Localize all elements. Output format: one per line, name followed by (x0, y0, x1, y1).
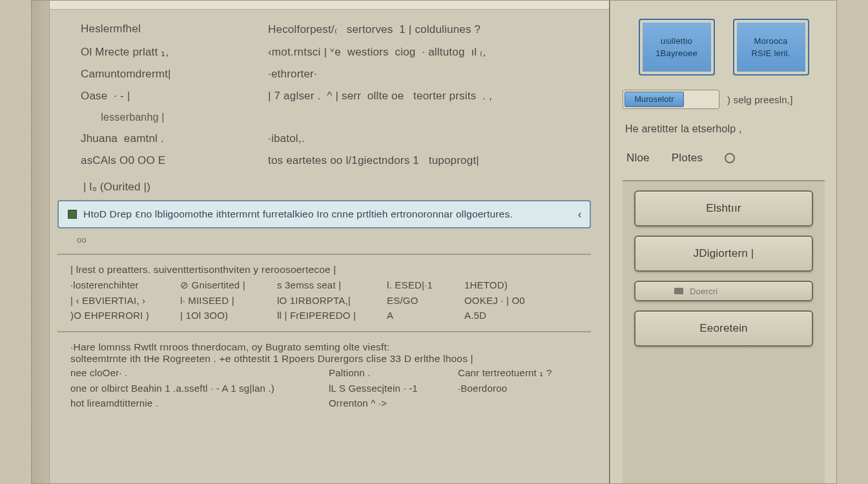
def-orphan: | lₒ (Ourited |) (81, 176, 583, 194)
banner-square-icon (68, 210, 77, 219)
panel2-line: solteemtrnte ith tHe Rogreeten . +e otht… (70, 353, 578, 365)
button-label: Elshtıır (706, 202, 741, 215)
def-term: Camuntomdrermt| (81, 68, 255, 81)
tile-label: Morooca (754, 36, 788, 46)
def-term: Jhuana eamtnl . (81, 132, 255, 145)
chevron-left-icon[interactable]: ‹ (578, 208, 582, 221)
tile-row: usillettio 1Bayreoee Morooca RSIE leril. (623, 19, 825, 76)
tile-label: usillettio (661, 36, 692, 46)
def-value: tos eartetes oo l/1giectndors 1 tupoprog… (268, 154, 583, 167)
cell: ·losterenchihter (70, 279, 180, 291)
mode-toggle[interactable]: Muroselotr (623, 90, 719, 109)
cell: 1HETOD) (464, 279, 578, 291)
cell: one or olbirct Beahin 1 .a.sseftl · - A … (70, 383, 329, 394)
tile-1[interactable]: usillettio 1Bayreoee (639, 19, 715, 76)
def-term: Heslermfhel (81, 23, 255, 36)
results-panel-1: | lrest o preatters. suiventtertisonthvi… (57, 254, 591, 327)
address-strip[interactable] (50, 1, 609, 10)
tile-2[interactable]: Morooca RSIE leril. (733, 19, 809, 76)
cell: s 3emss seat | (277, 279, 387, 291)
cell: nee cloOer· . (70, 367, 329, 379)
toggle-on-label: Muroselotr (634, 95, 674, 104)
card-icon (674, 288, 683, 294)
button-eeoretein[interactable]: Eeoretein (634, 310, 813, 347)
cell: )O EHPERRORI ) (70, 310, 180, 321)
side-panel: usillettio 1Bayreoee Morooca RSIE leril.… (610, 1, 836, 483)
cell: hot lireamdtitternie . (70, 398, 329, 408)
results-panel-2: ·Hare lomnss Rwtlt rnroos thnerdocam, oy… (57, 331, 591, 415)
cell: Canr tertreotuernt ₁ ? (458, 367, 578, 379)
def-value: Hecolforpest/₍ sertorves 1 | colduliunes… (268, 23, 583, 36)
tab-nloe[interactable]: Nloe (626, 152, 650, 165)
banner-text: HtoD Drep ɛno lbligoomothe ithtermrnt fu… (83, 208, 513, 220)
button-column: Elshtıır JDigiortern | Doercri Eeoretein (623, 180, 825, 483)
panel2-line: ·Hare lomnss Rwtlt rnroos thnerdocam, oy… (70, 341, 578, 353)
tile-label: RSIE leril. (752, 48, 790, 58)
def-term: asCAls O0 OO E (81, 154, 255, 167)
cell: Paltionn . (329, 367, 458, 379)
def-subterm: lesserbanhg | (81, 112, 255, 123)
cell: l· MIISEED | (180, 295, 277, 306)
definition-block: Heslermfhel Hecolforpest/₍ sertorves 1 |… (50, 10, 609, 194)
info-banner[interactable]: HtoD Drep ɛno lbligoomothe ithtermrnt fu… (57, 200, 591, 228)
cell: | 1Ol 3OO) (180, 310, 277, 321)
def-term: Oase · - | (81, 90, 255, 103)
tiny-label: oo (77, 232, 609, 250)
def-value: ·ibatol,. (268, 132, 583, 145)
button-dim[interactable]: Doercri (634, 281, 813, 301)
def-value: ‹mot.rntsci | ᵛe westiors ciog · alltuto… (268, 45, 583, 59)
cell: lL S Gessecjtein · -1 (329, 383, 458, 394)
left-rail (32, 1, 50, 483)
cell: A (387, 310, 464, 321)
cell: l. ESED|·1 (387, 279, 464, 291)
def-value: ·ethrorter· (268, 68, 583, 81)
cell: A.5D (464, 310, 578, 321)
preset-label: ) selg preesln,] (727, 94, 793, 105)
cell: OOKEJ · | O0 (464, 295, 578, 306)
button-jdigiortern[interactable]: JDigiortern | (634, 236, 813, 272)
toggle-knob: Muroselotr (625, 92, 684, 107)
cell: Orrenton ^ ·> (329, 398, 458, 408)
side-tabs: Nloe Plotes (623, 150, 825, 166)
cell: ⊘ Gnisertited | (180, 279, 277, 291)
def-value (268, 112, 583, 123)
app-frame: Heslermfhel Hecolforpest/₍ sertorves 1 |… (31, 0, 837, 484)
def-term: Ol Mrecte prlatt ₁, (81, 45, 255, 59)
cell: ES/GO (387, 295, 464, 306)
cell: ·Boerdoroo (458, 383, 578, 394)
cell: lO 1IRBORPTA,| (277, 295, 387, 306)
def-value: | 7 aglser . ^ | serr ollte oe teorter p… (268, 90, 583, 103)
tab-plotes[interactable]: Plotes (672, 152, 703, 165)
toggle-row: Muroselotr ) selg preesln,] (623, 90, 825, 109)
cell (458, 398, 578, 408)
side-note: He aretitter la etserholp , (623, 121, 825, 135)
tile-label: 1Bayreoee (656, 48, 698, 58)
cell: ll | FrEIPEREDO | (277, 310, 387, 321)
panel1-title: | lrest o preatters. suiventtertisonthvi… (70, 264, 578, 276)
panel1-table: ·losterenchihter ⊘ Gnisertited | s 3emss… (70, 279, 578, 321)
button-label: Eeoretein (699, 322, 748, 335)
tab-radio-icon[interactable] (725, 153, 735, 163)
button-label: Doercri (690, 287, 718, 296)
button-elshtir[interactable]: Elshtıır (634, 190, 813, 227)
button-label: JDigiortern | (694, 247, 754, 260)
cell: | ‹ EBVIERTIAI, › (70, 295, 180, 306)
main-panel: Heslermfhel Hecolforpest/₍ sertorves 1 |… (32, 1, 610, 483)
